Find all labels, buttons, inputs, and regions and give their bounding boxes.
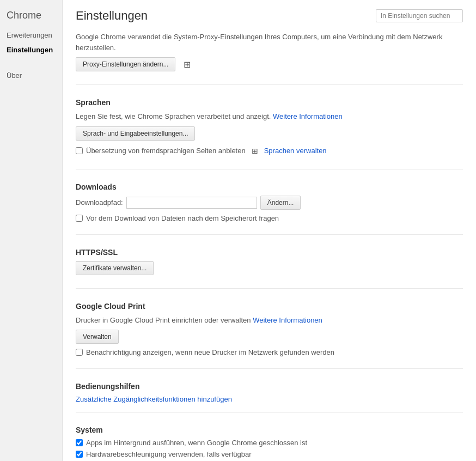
- zertifikate-button[interactable]: Zertifikate verwalten...: [76, 261, 154, 275]
- page-title: Einstellungen: [76, 9, 148, 23]
- cloud-print-title: Google Cloud Print: [76, 302, 463, 311]
- download-path-input[interactable]: [126, 197, 257, 209]
- sprachen-translate-checkbox[interactable]: [76, 147, 83, 154]
- cloud-print-button-row: Verwalten: [76, 330, 463, 344]
- grid-icon: ⊞: [181, 58, 193, 70]
- sidebar-item-erweiterungen[interactable]: Erweiterungen: [0, 28, 62, 43]
- sprachen-grid-icon: ⊞: [249, 145, 261, 157]
- bedienungshilfen-link[interactable]: Zusätzliche Zugänglichkeitsfunktionen hi…: [76, 395, 232, 403]
- cloud-print-verwalten-button[interactable]: Verwalten: [76, 330, 119, 344]
- cloud-print-notify-checkbox-row: Benachrichtigung anzeigen, wenn neue Dru…: [76, 348, 463, 356]
- proxy-settings-button[interactable]: Proxy-Einstellungen ändern...: [76, 57, 175, 71]
- sprachen-title: Sprachen: [76, 98, 463, 107]
- download-path-label: Downloadpfad:: [76, 198, 123, 207]
- bedienungshilfen-section: Bedienungshilfen Zusätzliche Zugänglichk…: [76, 382, 463, 413]
- sidebar: Chrome Erweiterungen Einstellungen Über: [0, 0, 63, 461]
- sprach-eingabe-button[interactable]: Sprach- und Eingabeeinstellungen...: [76, 126, 195, 141]
- page-header: Einstellungen: [76, 9, 463, 23]
- app-title: Chrome: [0, 5, 62, 28]
- download-path-row: Downloadpfad: Ändern...: [76, 196, 463, 210]
- sprachen-button-row: Sprach- und Eingabeeinstellungen...: [76, 126, 463, 141]
- cloud-print-notify-label: Benachrichtigung anzeigen, wenn neue Dru…: [86, 348, 334, 356]
- downloads-section: Downloads Downloadpfad: Ändern... Vor de…: [76, 183, 463, 235]
- sprachen-verwalten-link[interactable]: Sprachen verwalten: [264, 147, 327, 155]
- system-hw-checkbox[interactable]: [76, 451, 83, 458]
- cloud-print-notify-checkbox[interactable]: [76, 349, 83, 356]
- download-ask-checkbox-row: Vor dem Download von Dateien nach dem Sp…: [76, 214, 463, 222]
- https-ssl-title: HTTPS/SSL: [76, 248, 463, 257]
- https-ssl-button-row: Zertifikate verwalten...: [76, 261, 463, 275]
- proxy-description: Google Chrome verwendet die System-Proxy…: [76, 32, 463, 53]
- downloads-title: Downloads: [76, 183, 463, 191]
- sprachen-translate-label: Übersetzung von fremdsprachigen Seiten a…: [86, 147, 246, 155]
- download-ask-label: Vor dem Download von Dateien nach dem Sp…: [86, 214, 279, 222]
- sidebar-item-einstellungen[interactable]: Einstellungen: [0, 43, 62, 57]
- search-input[interactable]: [376, 9, 463, 22]
- sidebar-item-uber[interactable]: Über: [0, 68, 62, 83]
- system-bg-label: Apps im Hintergrund ausführen, wenn Goog…: [86, 439, 307, 447]
- system-bg-checkbox[interactable]: [76, 439, 83, 446]
- sprachen-translate-checkbox-row: Übersetzung von fremdsprachigen Seiten a…: [76, 145, 463, 157]
- system-bg-checkbox-row: Apps im Hintergrund ausführen, wenn Goog…: [76, 439, 463, 447]
- system-hw-label: Hardwarebeschleunigung verwenden, falls …: [86, 450, 252, 458]
- cloud-print-desc: Drucker in Google Cloud Print einrichten…: [76, 315, 463, 326]
- system-title: System: [76, 426, 463, 434]
- sprachen-info-link[interactable]: Weitere Informationen: [273, 112, 343, 120]
- cloud-print-section: Google Cloud Print Drucker in Google Clo…: [76, 302, 463, 369]
- cloud-print-info-link[interactable]: Weitere Informationen: [253, 316, 322, 324]
- system-hw-checkbox-row: Hardwarebeschleunigung verwenden, falls …: [76, 450, 463, 458]
- proxy-button-row: Proxy-Einstellungen ändern... ⊞: [76, 57, 463, 71]
- download-change-button[interactable]: Ändern...: [260, 196, 301, 210]
- main-content: Einstellungen Google Chrome verwendet di…: [63, 0, 476, 461]
- download-ask-checkbox[interactable]: [76, 215, 83, 222]
- system-section: System Apps im Hintergrund ausführen, we…: [76, 426, 463, 461]
- proxy-section: Google Chrome verwendet die System-Proxy…: [76, 32, 463, 85]
- sprachen-desc: Legen Sie fest, wie Chrome Sprachen vera…: [76, 111, 463, 122]
- bedienungshilfen-title: Bedienungshilfen: [76, 382, 463, 391]
- sprachen-section: Sprachen Legen Sie fest, wie Chrome Spra…: [76, 98, 463, 169]
- https-ssl-section: HTTPS/SSL Zertifikate verwalten...: [76, 248, 463, 289]
